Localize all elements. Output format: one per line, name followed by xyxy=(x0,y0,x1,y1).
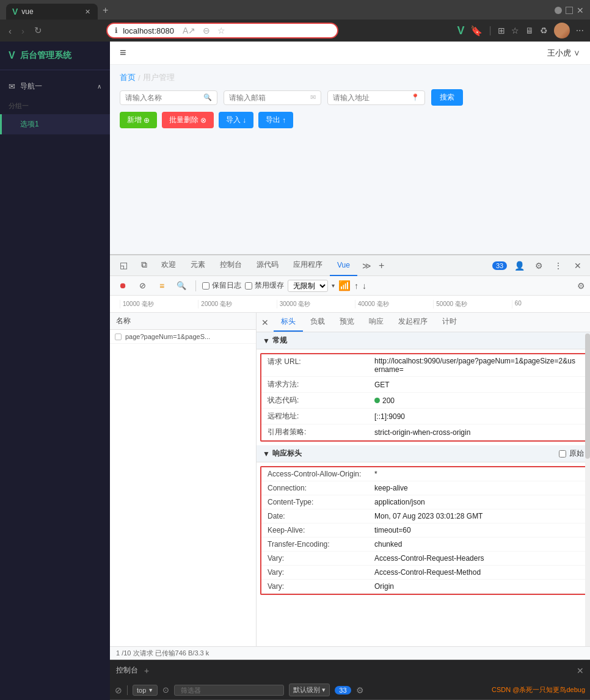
detail-scrollbar[interactable] xyxy=(585,334,590,646)
connection-value: keep-alive xyxy=(374,484,579,492)
console-level-label: 默认级别 ▾ xyxy=(293,685,326,695)
reload-button[interactable]: ↻ xyxy=(32,24,45,37)
devtools-settings-icon[interactable]: ⚙ xyxy=(530,257,547,274)
import-button[interactable]: 导入 ↓ xyxy=(219,112,253,128)
scrollbar-thumb[interactable] xyxy=(585,334,590,459)
resp-header-row-1: Connection: keep-alive xyxy=(261,481,585,495)
console-circle-icon[interactable]: ⊙ xyxy=(162,685,169,695)
console-add-icon[interactable]: + xyxy=(144,666,149,676)
upload-icon[interactable]: ↑ xyxy=(354,281,359,291)
record-button[interactable]: ⏺ xyxy=(115,278,131,294)
new-tab-button[interactable]: + xyxy=(98,5,113,19)
network-status-bar: 1 /10 次请求 已传输746 B/3.3 k xyxy=(110,646,590,660)
status-code-label: 状态代码: xyxy=(268,395,374,406)
tab-application[interactable]: 应用程序 xyxy=(286,255,330,276)
tab-welcome[interactable]: 欢迎 xyxy=(154,255,183,276)
more-tabs-icon[interactable]: ≫ xyxy=(359,261,375,271)
user-menu[interactable]: 王小虎 ∨ xyxy=(547,48,580,59)
export-button[interactable]: 导出 ↑ xyxy=(258,112,293,128)
console-ban-icon[interactable]: ⊘ xyxy=(115,685,122,695)
profile-avatar[interactable] xyxy=(554,23,570,38)
tab-vue[interactable]: Vue xyxy=(330,255,357,276)
date-value: Mon, 07 Aug 2023 03:01:28 GMT xyxy=(374,512,579,520)
preserve-log-check[interactable]: 保留日志 xyxy=(202,280,241,291)
address-input[interactable] xyxy=(333,93,409,102)
resp-header-left[interactable]: ▼ 响应标头 xyxy=(263,448,302,459)
detail-content: ▼ 常规 请求 URL: http://localhost:9090/user/… xyxy=(257,332,590,646)
console-context-select[interactable]: top ▼ xyxy=(133,685,158,696)
add-tab-button[interactable]: + xyxy=(375,260,388,271)
request-item-1[interactable]: page?pageNum=1&pageS... xyxy=(110,330,256,344)
filter-icon[interactable]: ≡ xyxy=(154,278,170,294)
list-header: 名称 xyxy=(110,313,256,330)
item-checkbox[interactable] xyxy=(115,334,122,340)
name-filter: 🔍 xyxy=(120,90,217,105)
disable-cache-checkbox[interactable] xyxy=(245,282,252,290)
tab-close-icon[interactable]: ✕ xyxy=(85,8,90,16)
devtools-close-icon[interactable]: ✕ xyxy=(569,257,586,274)
breadcrumb-home[interactable]: 首页 xyxy=(120,72,136,83)
console-level-select[interactable]: 默认级别 ▾ xyxy=(289,684,330,696)
back-button[interactable]: ‹ xyxy=(6,24,14,37)
devtools-user-icon[interactable]: 👤 xyxy=(511,257,528,274)
search-icon[interactable]: 🔍 xyxy=(173,278,189,294)
devtools-toolbar: ⏺ ⊘ ≡ 🔍 保留日志 禁用缓存 无限制 xyxy=(110,276,590,296)
sidebar-group-label: 分组一 xyxy=(0,98,110,114)
star-icon[interactable]: ☆ xyxy=(511,26,519,35)
devtools-more-icon[interactable]: ⋮ xyxy=(550,257,567,274)
copy-icon[interactable]: ⊞ xyxy=(498,26,505,35)
name-input[interactable] xyxy=(125,93,201,102)
devtools-undock-icon[interactable]: ⧉ xyxy=(134,255,154,276)
minimize-button[interactable] xyxy=(555,7,562,14)
zoom-icon[interactable]: ⊖ xyxy=(203,26,210,35)
console-tab-label[interactable]: 控制台 xyxy=(116,665,138,676)
add-button[interactable]: 新增 ⊕ xyxy=(120,112,157,128)
email-input[interactable] xyxy=(229,93,308,102)
keep-alive-value: timeout=60 xyxy=(374,526,579,534)
reader-icon[interactable]: A↗ xyxy=(183,26,195,35)
sync-icon[interactable]: ♻ xyxy=(540,26,548,35)
sidebar-item-nav1[interactable]: ✉ 导航一 ∧ xyxy=(0,75,110,98)
tab-console[interactable]: 控制台 xyxy=(213,255,249,276)
detail-tab-initiator[interactable]: 发起程序 xyxy=(391,313,435,332)
bookmark-mgr-icon[interactable]: 🔖 xyxy=(470,25,483,37)
batch-delete-button[interactable]: 批量删除 ⊗ xyxy=(162,112,214,128)
search-button[interactable]: 搜索 xyxy=(431,89,463,106)
forward-button[interactable]: › xyxy=(19,24,27,37)
hamburger-icon[interactable]: ≡ xyxy=(120,46,126,59)
detail-tab-preview[interactable]: 预览 xyxy=(332,313,362,332)
clear-button[interactable]: ⊘ xyxy=(134,278,150,294)
maximize-button[interactable] xyxy=(566,7,573,14)
detail-tab-payload[interactable]: 负载 xyxy=(303,313,332,332)
console-filter-input[interactable] xyxy=(174,685,284,696)
tab-elements[interactable]: 元素 xyxy=(183,255,213,276)
detail-tab-timing[interactable]: 计时 xyxy=(435,313,464,332)
email-filter: ✉ xyxy=(224,90,321,105)
throttle-select[interactable]: 无限制 xyxy=(288,280,328,292)
console-settings-icon[interactable]: ⚙ xyxy=(356,685,364,695)
monitor-icon[interactable]: 🖥 xyxy=(525,26,534,35)
network-settings-icon[interactable]: ⚙ xyxy=(577,281,585,291)
close-button[interactable]: ✕ xyxy=(577,7,584,14)
vue-ext-icon[interactable]: V xyxy=(457,24,464,37)
detail-close-icon[interactable]: ✕ xyxy=(257,314,274,331)
bookmark-icon[interactable]: ☆ xyxy=(217,26,225,35)
sidebar-option-1[interactable]: 选项1 xyxy=(0,114,110,134)
detail-tab-response[interactable]: 响应 xyxy=(362,313,391,332)
address-field[interactable]: ℹ localhost:8080 A↗ ⊖ ☆ xyxy=(106,23,338,38)
preserve-log-checkbox[interactable] xyxy=(202,282,209,290)
sidebar-nav1-label: 导航一 xyxy=(20,81,42,92)
logo-icon: V xyxy=(9,50,15,61)
browser-tab[interactable]: V vue ✕ xyxy=(6,4,98,20)
address-tools: A↗ ⊖ ☆ xyxy=(183,26,225,35)
tab-sources[interactable]: 源代码 xyxy=(249,255,286,276)
disable-cache-check[interactable]: 禁用缓存 xyxy=(245,280,284,291)
console-close-icon[interactable]: ✕ xyxy=(577,666,584,676)
devtools-toggle-icon[interactable]: ◱ xyxy=(114,255,133,276)
more-menu-button[interactable]: ··· xyxy=(576,25,584,36)
resp-header-row-0: Access-Control-Allow-Origin: * xyxy=(261,467,585,481)
download-icon[interactable]: ↓ xyxy=(362,281,366,291)
detail-tab-headers[interactable]: 标头 xyxy=(274,313,303,332)
general-section-header[interactable]: ▼ 常规 xyxy=(257,332,590,349)
raw-checkbox[interactable] xyxy=(559,450,566,458)
